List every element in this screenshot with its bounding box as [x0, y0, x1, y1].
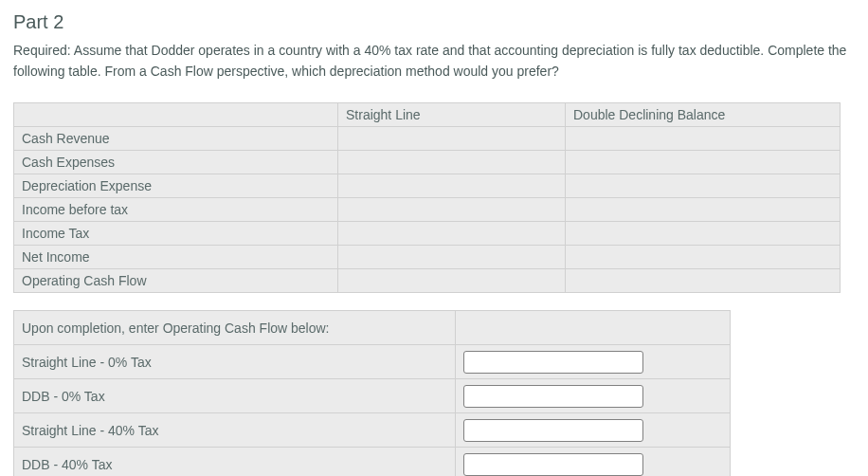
table-row: Operating Cash Flow — [14, 269, 841, 293]
entry-label: Straight Line - 0% Tax — [14, 345, 456, 379]
cell — [338, 198, 566, 222]
row-label: Operating Cash Flow — [14, 269, 338, 293]
table-row: Straight Line - 0% Tax — [14, 345, 731, 379]
header-straight-line: Straight Line — [338, 103, 566, 127]
cell — [338, 222, 566, 246]
table-row: Straight Line - 40% Tax — [14, 413, 731, 448]
straight-line-40-tax-input[interactable] — [463, 419, 643, 442]
cell — [566, 269, 841, 293]
cell — [338, 174, 566, 198]
cell — [456, 413, 731, 448]
table-row: Cash Expenses — [14, 151, 841, 174]
cell — [566, 174, 841, 198]
table-row: DDB - 0% Tax — [14, 379, 731, 413]
table-row: Depreciation Expense — [14, 174, 841, 198]
row-label: Depreciation Expense — [14, 174, 338, 198]
cell — [456, 379, 731, 413]
row-label: Income before tax — [14, 198, 338, 222]
ddb-0-tax-input[interactable] — [463, 385, 643, 408]
cell — [456, 448, 731, 476]
cell — [566, 246, 841, 269]
header-ddb: Double Declining Balance — [566, 103, 841, 127]
cell — [566, 127, 841, 151]
table-row: Income before tax — [14, 198, 841, 222]
row-label: Cash Expenses — [14, 151, 338, 174]
cell — [338, 151, 566, 174]
cell — [456, 345, 731, 379]
row-label: Income Tax — [14, 222, 338, 246]
table-row: Upon completion, enter Operating Cash Fl… — [14, 311, 731, 345]
cell — [566, 151, 841, 174]
entry-label: DDB - 40% Tax — [14, 448, 456, 476]
part-heading: Part 2 — [13, 11, 855, 33]
table-row: Cash Revenue — [14, 127, 841, 151]
cell — [338, 246, 566, 269]
cell — [338, 269, 566, 293]
cell — [566, 222, 841, 246]
header-blank — [14, 103, 338, 127]
cell — [338, 127, 566, 151]
cell — [566, 198, 841, 222]
entry-header: Upon completion, enter Operating Cash Fl… — [14, 311, 456, 345]
entry-label: Straight Line - 40% Tax — [14, 413, 456, 448]
operating-cash-flow-entry-table: Upon completion, enter Operating Cash Fl… — [13, 310, 731, 476]
cell — [456, 311, 731, 345]
required-text: Required: Assume that Dodder operates in… — [13, 41, 855, 82]
row-label: Net Income — [14, 246, 338, 269]
straight-line-0-tax-input[interactable] — [463, 351, 643, 374]
table-row: Net Income — [14, 246, 841, 269]
row-label: Cash Revenue — [14, 127, 338, 151]
table-row: Income Tax — [14, 222, 841, 246]
table-row: DDB - 40% Tax — [14, 448, 731, 476]
ddb-40-tax-input[interactable] — [463, 453, 643, 476]
table-header-row: Straight Line Double Declining Balance — [14, 103, 841, 127]
depreciation-table: Straight Line Double Declining Balance C… — [13, 102, 841, 293]
entry-label: DDB - 0% Tax — [14, 379, 456, 413]
